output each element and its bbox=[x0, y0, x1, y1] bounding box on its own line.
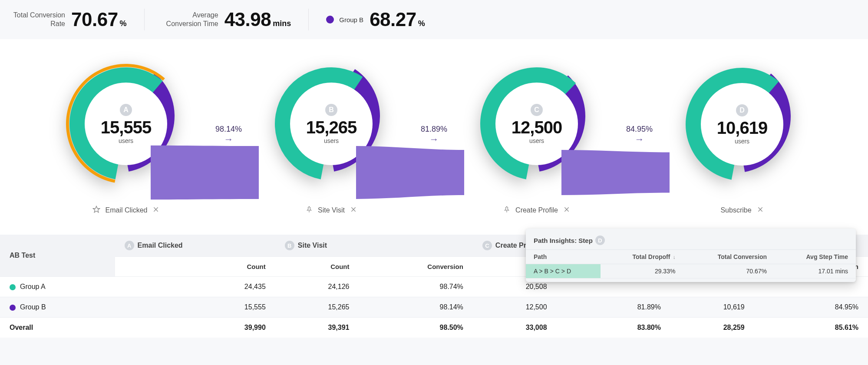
table-body: Group A24,43524,12698.74%20,508Group B15… bbox=[0, 277, 868, 338]
donut-chart: D 10,619 users bbox=[673, 55, 812, 194]
legend-swatch-icon bbox=[326, 16, 334, 23]
cell: 24,435 bbox=[115, 277, 275, 297]
path-insights-body: A > B > C > D 29.33% 70.67% 17.01 mins bbox=[526, 264, 856, 279]
cell: 81.89% bbox=[557, 297, 670, 318]
table-row[interactable]: Overall39,99039,39198.50%33,00883.80%28,… bbox=[0, 318, 868, 338]
stat-value-wrap: 68.27 % bbox=[370, 9, 425, 30]
step-name: Create Profile bbox=[515, 206, 558, 214]
path-insights-card[interactable]: Path Insights: Step D PathTotal Dropoff↓… bbox=[526, 229, 856, 282]
stat-unit: mins bbox=[273, 19, 291, 28]
subheader-count[interactable]: Count bbox=[275, 257, 359, 277]
step-sublabel: users bbox=[324, 137, 339, 144]
cell: 39,990 bbox=[115, 318, 275, 338]
path-row[interactable]: A > B > C > D 29.33% 70.67% 17.01 mins bbox=[526, 264, 856, 279]
close-icon[interactable] bbox=[757, 206, 764, 215]
funnel-connector: 84.95% → bbox=[614, 125, 666, 145]
path-header[interactable]: Total Conversion bbox=[683, 250, 775, 264]
pin-icon[interactable] bbox=[306, 206, 313, 215]
cell: 15,265 bbox=[275, 297, 359, 318]
cell: 24,126 bbox=[275, 277, 359, 297]
cell: 12,500 bbox=[473, 297, 557, 318]
col-header-a[interactable]: AEmail Clicked bbox=[115, 235, 275, 257]
stat-label: Average Conversion Time bbox=[162, 11, 218, 28]
stat-label: Total Conversion Rate bbox=[9, 11, 65, 28]
funnel-row: A 15,555 users Email Clicked 98.14% → bbox=[52, 52, 816, 217]
step-letter-badge: C bbox=[482, 241, 492, 250]
cell: 98.14% bbox=[359, 297, 473, 318]
group-swatch-icon bbox=[10, 305, 16, 311]
funnel-step-d[interactable]: D 10,619 users Subscribe bbox=[668, 55, 816, 215]
legend: Group B bbox=[326, 16, 363, 23]
step-footer: Create Profile bbox=[503, 206, 570, 215]
cell: 15,555 bbox=[115, 297, 275, 318]
connector-label: 84.95% → bbox=[626, 125, 653, 145]
cell: 84.95% bbox=[754, 297, 868, 318]
step-sublabel: users bbox=[529, 137, 544, 144]
cell: 98.50% bbox=[359, 318, 473, 338]
step-letter-badge: A bbox=[125, 241, 134, 250]
step-user-count: 12,500 bbox=[512, 118, 562, 137]
stat-group-legend: Group B 68.27 % bbox=[326, 9, 442, 30]
cell: 28,259 bbox=[670, 318, 754, 338]
funnel-chart: A 15,555 users Email Clicked 98.14% → bbox=[0, 39, 868, 235]
subheader-conversion[interactable]: Conversion bbox=[359, 257, 473, 277]
dropoff-cell: 29.33% bbox=[601, 264, 683, 279]
stat-value: 43.98 bbox=[224, 9, 271, 30]
step-letter-badge: B bbox=[285, 241, 294, 250]
step-letter-badge: D bbox=[736, 104, 748, 116]
step-user-count: 10,619 bbox=[717, 118, 767, 138]
row-label: Overall bbox=[0, 318, 115, 338]
step-footer: Subscribe bbox=[720, 206, 763, 215]
col-header-b[interactable]: BSite Visit bbox=[275, 235, 473, 257]
cell: 33,008 bbox=[473, 318, 557, 338]
path-header[interactable]: Avg Step Time bbox=[775, 250, 856, 264]
cell: 85.61% bbox=[754, 318, 868, 338]
arrow-right-icon: → bbox=[421, 134, 447, 145]
sort-desc-icon[interactable]: ↓ bbox=[670, 254, 675, 260]
step-user-count: 15,555 bbox=[101, 118, 151, 137]
funnel-connector: 98.14% → bbox=[203, 125, 255, 145]
step-name: Subscribe bbox=[720, 206, 751, 214]
path-header[interactable]: Total Dropoff↓ bbox=[601, 250, 683, 264]
ab-test-table-wrap: AB TestAEmail ClickedBSite VisitCCreate … bbox=[0, 235, 868, 338]
arrow-right-icon: → bbox=[626, 134, 653, 145]
cell: 98.74% bbox=[359, 277, 473, 297]
connector-pct: 84.95% bbox=[626, 125, 653, 134]
step-letter-badge: C bbox=[531, 104, 543, 116]
cell: 83.80% bbox=[557, 318, 670, 338]
stat-value-wrap: 43.98 mins bbox=[224, 9, 291, 30]
row-label: Group A bbox=[0, 277, 115, 297]
table-row[interactable]: Group B15,55515,26598.14%12,50081.89%10,… bbox=[0, 297, 868, 318]
step-letter-badge: B bbox=[325, 104, 337, 116]
connector-label: 98.14% → bbox=[215, 125, 242, 145]
svg-marker-0 bbox=[93, 206, 99, 212]
pin-icon[interactable] bbox=[503, 206, 510, 215]
path-insights-table: PathTotal Dropoff↓Total ConversionAvg St… bbox=[526, 249, 856, 279]
conversion-cell: 70.67% bbox=[683, 264, 775, 279]
step-user-count: 15,265 bbox=[306, 118, 356, 137]
step-footer: Site Visit bbox=[306, 206, 357, 215]
stat-unit: % bbox=[120, 19, 127, 28]
cell: 39,391 bbox=[275, 318, 359, 338]
step-letter-badge: A bbox=[120, 104, 132, 116]
star-icon[interactable] bbox=[92, 206, 100, 215]
stat-value: 68.27 bbox=[370, 9, 416, 30]
step-name: Email Clicked bbox=[106, 206, 148, 214]
stat-unit: % bbox=[418, 19, 425, 28]
cell: 10,619 bbox=[670, 297, 754, 318]
group-swatch-icon bbox=[10, 284, 16, 290]
step-sublabel: users bbox=[119, 137, 133, 144]
path-cell: A > B > C > D bbox=[526, 264, 601, 279]
path-insights-header-row: PathTotal Dropoff↓Total ConversionAvg St… bbox=[526, 250, 856, 264]
path-header[interactable]: Path bbox=[526, 250, 601, 264]
row-label: Group B bbox=[0, 297, 115, 318]
step-footer: Email Clicked bbox=[92, 206, 160, 215]
stat-value: 70.67 bbox=[71, 9, 118, 30]
time-cell: 17.01 mins bbox=[775, 264, 856, 279]
arrow-right-icon: → bbox=[215, 134, 242, 145]
funnel-connector: 81.89% → bbox=[408, 125, 460, 145]
table-title: AB Test bbox=[0, 235, 115, 277]
stat-total-conversion-rate: Total Conversion Rate 70.67 % bbox=[9, 9, 145, 30]
step-name: Site Visit bbox=[318, 206, 345, 214]
subheader-count[interactable]: Count bbox=[115, 257, 275, 277]
